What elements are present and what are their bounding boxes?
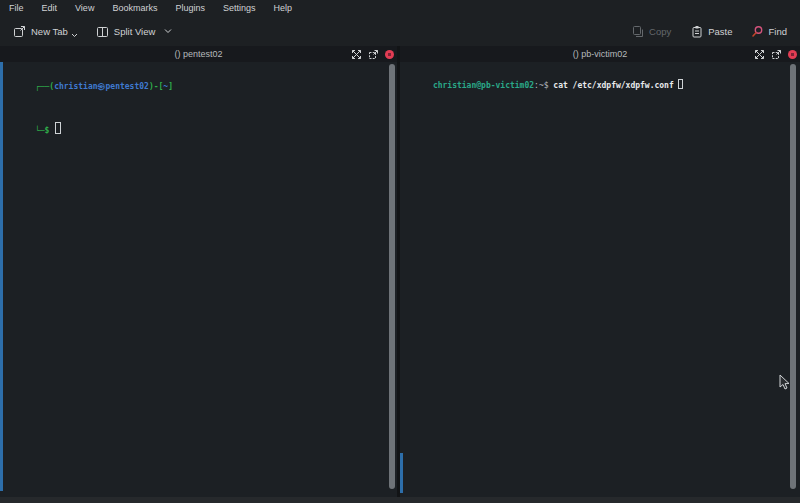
window-bottom-edge xyxy=(0,497,800,503)
close-view-button[interactable] xyxy=(788,50,797,59)
terminal-pane-pb-victim02: () pb-victim02 christian@pb-victim02:~$ … xyxy=(400,46,800,497)
prompt-frame-mid: )-[ xyxy=(149,82,163,91)
scroll-highlight-stripe xyxy=(0,62,3,491)
close-view-button[interactable] xyxy=(385,50,394,59)
command-text: cat /etc/xdpfw/xdpfw.conf xyxy=(553,81,673,90)
copy-button: Copy xyxy=(627,21,676,42)
split-view-label: Split View xyxy=(114,26,156,37)
pane-title-pb-victim02: () pb-victim02 xyxy=(573,49,628,59)
prompt-symbol: └─$ xyxy=(35,126,54,135)
split-view-button[interactable]: Split View xyxy=(91,21,178,42)
paste-button[interactable]: Paste xyxy=(686,21,737,42)
terminal-screen-pentest02[interactable]: ┌──(christian㉿pentest02)-[~] └─$ xyxy=(0,62,397,497)
pane-title-pentest02: () pentest02 xyxy=(174,49,222,59)
prompt-frame-close: ] xyxy=(168,82,173,91)
mouse-cursor-icon xyxy=(779,374,791,395)
menu-file[interactable]: File xyxy=(7,2,26,14)
menu-plugins[interactable]: Plugins xyxy=(173,2,207,14)
pane-header-pentest02[interactable]: () pentest02 xyxy=(0,46,397,62)
close-circle-icon xyxy=(788,50,797,59)
find-label: Find xyxy=(769,26,787,37)
menu-edit[interactable]: Edit xyxy=(40,2,60,14)
prompt-frame-open: ┌──( xyxy=(35,82,54,91)
new-tab-label: New Tab xyxy=(31,26,68,37)
terminal-pane-pentest02: () pentest02 ┌──(christian㉿pentest02)-[~… xyxy=(0,46,397,497)
copy-label: Copy xyxy=(649,26,671,37)
prompt-user-host: christian㉿pentest02 xyxy=(54,82,149,91)
find-button[interactable]: Find xyxy=(746,21,792,42)
left-pane-scrollbar[interactable] xyxy=(389,64,395,489)
menu-settings[interactable]: Settings xyxy=(221,2,258,14)
menu-view[interactable]: View xyxy=(73,2,96,14)
maximize-view-icon[interactable] xyxy=(351,49,362,60)
detach-view-icon[interactable] xyxy=(368,49,379,60)
pane-header-pb-victim02[interactable]: () pb-victim02 xyxy=(400,46,800,62)
find-magnifier-icon xyxy=(751,25,764,38)
toolbar: New Tab Split View Copy xyxy=(0,16,800,46)
split-view-chevron-down-icon[interactable] xyxy=(164,28,172,34)
close-circle-icon xyxy=(385,50,394,59)
terminal-screen-pb-victim02[interactable]: christian@pb-victim02:~$ cat /etc/xdpfw/… xyxy=(400,62,800,497)
prompt-user-host: christian@pb-victim02 xyxy=(433,81,534,90)
copy-icon xyxy=(632,25,644,38)
maximize-view-icon[interactable] xyxy=(754,49,765,60)
paste-icon xyxy=(691,25,703,38)
new-tab-dropdown-caret-icon[interactable] xyxy=(71,33,78,38)
right-pane-scrollbar[interactable] xyxy=(790,64,796,489)
new-tab-icon xyxy=(13,25,26,38)
terminal-cursor xyxy=(55,122,61,134)
menu-bookmarks[interactable]: Bookmarks xyxy=(110,2,159,14)
menu-help[interactable]: Help xyxy=(271,2,294,14)
menu-bar: File Edit View Bookmarks Plugins Setting… xyxy=(0,0,800,16)
paste-label: Paste xyxy=(708,26,732,37)
scroll-highlight-stripe xyxy=(400,453,403,493)
prompt-suffix: :~$ xyxy=(534,81,553,90)
new-tab-button[interactable]: New Tab xyxy=(8,21,85,42)
terminal-cursor xyxy=(678,79,683,89)
detach-view-icon[interactable] xyxy=(771,49,782,60)
split-view-icon xyxy=(96,25,109,38)
